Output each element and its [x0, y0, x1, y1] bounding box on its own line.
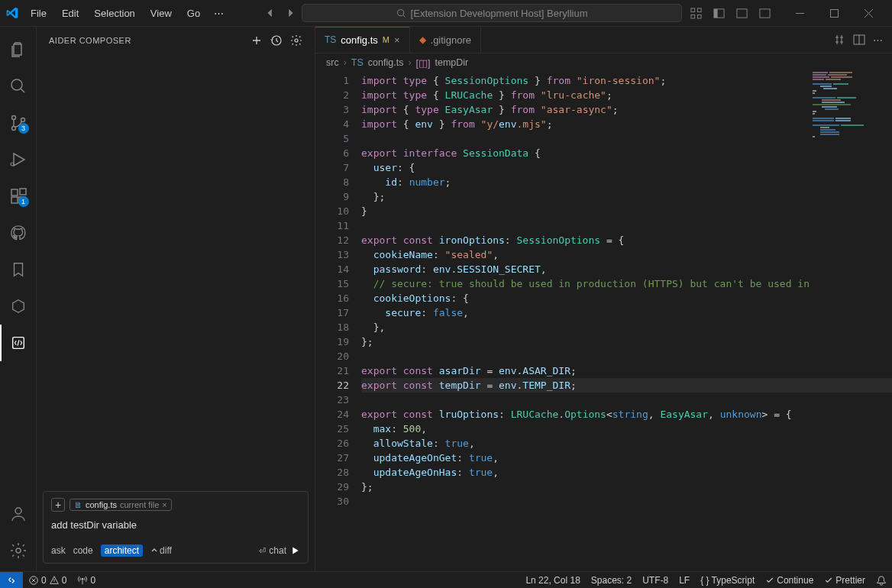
breadcrumb-symbol[interactable]: tempDir [435, 57, 469, 68]
nav-forward-icon[interactable] [282, 5, 299, 21]
menu-view[interactable]: View [144, 5, 178, 22]
activity-bar: 3 1 [0, 27, 37, 571]
cursor-icon [291, 546, 300, 555]
activity-explorer-icon[interactable] [0, 31, 37, 68]
layout-sidebar-left-icon[interactable] [708, 2, 729, 24]
svg-point-16 [21, 118, 24, 122]
chip-filename: config.ts [86, 500, 117, 509]
status-bar: 0 0 0 Ln 22, Col 18 Spaces: 2 UTF-8 LF {… [0, 571, 892, 588]
mode-architect[interactable]: architect [101, 544, 143, 557]
check-icon [765, 576, 774, 585]
file-chip[interactable]: 🗎 config.ts current file × [69, 499, 172, 511]
status-eol[interactable]: LF [674, 575, 695, 586]
file-icon: 🗎 [74, 500, 82, 509]
svg-point-0 [397, 9, 403, 15]
chevron-up-icon [150, 547, 158, 554]
warning-icon [49, 575, 60, 586]
symbol-variable-icon: [◫] [416, 57, 431, 69]
mode-code[interactable]: code [73, 545, 93, 556]
activity-aider-icon[interactable] [0, 325, 37, 361]
typescript-icon: TS [325, 34, 336, 45]
activity-settings-icon[interactable] [0, 535, 37, 571]
tab-label: .gitignore [431, 34, 471, 46]
line-gutter: 1234567891011121314151617181920212223242… [315, 72, 361, 571]
activity-search-icon[interactable] [0, 68, 37, 105]
svg-point-13 [11, 79, 22, 90]
activity-bookmark-icon[interactable] [0, 251, 37, 288]
svg-point-29 [82, 577, 84, 580]
tab-config[interactable]: TS config.ts M × [315, 27, 410, 53]
settings-icon[interactable] [290, 34, 302, 47]
svg-point-14 [11, 116, 15, 120]
braces-icon: { } [700, 575, 709, 586]
window-close-icon[interactable] [852, 0, 886, 27]
sidebar-title: AIDER COMPOSER [49, 36, 131, 45]
command-center-text: [Extension Development Host] Beryllium [411, 8, 588, 19]
activity-github-icon[interactable] [0, 215, 37, 251]
activity-extensions-icon[interactable]: 1 [0, 178, 37, 215]
split-editor-icon[interactable] [853, 34, 865, 46]
tab-bar: TS config.ts M × ◆ .gitignore ⋯ [315, 27, 892, 53]
tab-close-icon[interactable]: × [394, 34, 400, 46]
chip-close-icon[interactable]: × [162, 500, 166, 509]
scm-badge: 3 [18, 123, 29, 134]
code-content[interactable]: import type { SessionOptions } from "iro… [361, 72, 892, 571]
breadcrumb-file[interactable]: config.ts [368, 57, 404, 68]
compare-changes-icon[interactable] [833, 34, 845, 46]
status-ports[interactable]: 0 [72, 575, 101, 586]
svg-point-23 [15, 508, 21, 514]
svg-rect-21 [20, 189, 26, 195]
svg-point-24 [16, 548, 21, 553]
chat-send-button[interactable]: ⏎ chat [259, 545, 300, 556]
menu-file[interactable]: File [24, 5, 53, 22]
status-notifications-icon[interactable] [871, 575, 892, 586]
status-errors[interactable]: 0 0 [23, 575, 72, 586]
status-indent[interactable]: Spaces: 2 [586, 575, 637, 586]
svg-rect-18 [11, 189, 18, 195]
chat-input[interactable]: add testDir variable [51, 519, 300, 531]
activity-hex-icon[interactable] [0, 288, 37, 325]
svg-rect-3 [690, 15, 694, 18]
sidebar-header: AIDER COMPOSER [37, 27, 315, 53]
mode-diff[interactable]: diff [150, 545, 172, 556]
status-prettier[interactable]: Prettier [819, 575, 871, 586]
sidebar-content [37, 53, 315, 485]
code-editor[interactable]: 1234567891011121314151617181920212223242… [315, 72, 892, 571]
typescript-icon: TS [351, 57, 364, 68]
mode-ask[interactable]: ask [51, 545, 66, 556]
status-language[interactable]: { } TypeScript [695, 575, 760, 586]
minimap[interactable] [813, 72, 881, 141]
tab-gitignore[interactable]: ◆ .gitignore [410, 27, 481, 53]
activity-source-control-icon[interactable]: 3 [0, 105, 37, 141]
history-icon[interactable] [270, 34, 283, 47]
activity-accounts-icon[interactable] [0, 498, 37, 535]
svg-rect-1 [690, 8, 694, 11]
menu-more-icon[interactable]: ⋯ [209, 5, 228, 22]
status-continue[interactable]: Continue [760, 575, 819, 586]
breadcrumb[interactable]: src › TS config.ts › [◫] tempDir [315, 53, 892, 72]
window-maximize-icon[interactable] [817, 0, 852, 27]
chip-add-button[interactable]: + [51, 498, 65, 512]
menu-selection[interactable]: Selection [88, 5, 141, 22]
status-cursor[interactable]: Ln 22, Col 18 [520, 575, 585, 586]
menu-go[interactable]: Go [181, 5, 206, 22]
radio-tower-icon [77, 575, 88, 586]
gitignore-icon: ◆ [419, 34, 426, 45]
activity-debug-icon[interactable] [0, 141, 37, 178]
nav-back-icon[interactable] [262, 5, 279, 21]
svg-rect-2 [697, 8, 701, 11]
check-icon [824, 576, 833, 585]
svg-rect-4 [697, 15, 701, 18]
breadcrumb-folder[interactable]: src [326, 57, 339, 68]
status-encoding[interactable]: UTF-8 [637, 575, 674, 586]
window-minimize-icon[interactable] [783, 0, 817, 27]
menu-edit[interactable]: Edit [56, 5, 85, 22]
more-actions-icon[interactable]: ⋯ [873, 34, 883, 46]
command-center[interactable]: [Extension Development Host] Beryllium [302, 4, 682, 22]
layout-customize-icon[interactable] [685, 2, 706, 24]
error-icon [28, 575, 39, 586]
layout-panel-icon[interactable] [731, 2, 752, 24]
remote-indicator[interactable] [0, 572, 23, 589]
new-chat-icon[interactable] [250, 34, 263, 47]
layout-sidebar-right-icon[interactable] [754, 2, 775, 24]
